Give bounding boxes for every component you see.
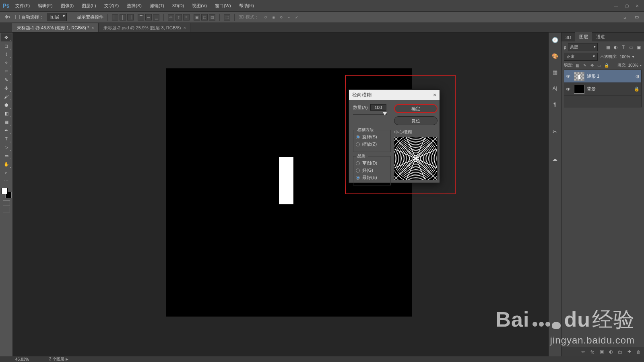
radio-icon[interactable] bbox=[356, 161, 360, 165]
screenmode-icon[interactable] bbox=[3, 207, 10, 212]
reset-button[interactable]: 复位 bbox=[394, 116, 438, 125]
canvas-area[interactable] bbox=[12, 33, 548, 356]
ok-button[interactable]: 确定 bbox=[394, 104, 438, 113]
3d-roll-icon[interactable]: ◉ bbox=[270, 14, 277, 21]
lock-transparency-icon[interactable]: ▦ bbox=[575, 62, 580, 68]
menu-edit[interactable]: 编辑(E) bbox=[35, 1, 56, 10]
auto-select-target-dropdown[interactable]: 图层 bbox=[47, 13, 67, 21]
gradient-tool[interactable]: ▦ bbox=[1, 118, 12, 126]
layer-style-icon[interactable]: fx bbox=[589, 349, 595, 355]
hand-tool[interactable]: ✋ bbox=[1, 160, 12, 168]
distribute-icon[interactable]: ≡ bbox=[183, 14, 190, 21]
align-bottom-icon[interactable]: ▁ bbox=[153, 14, 159, 21]
lasso-tool[interactable]: ⌇ bbox=[1, 50, 12, 58]
visibility-toggle-icon[interactable]: 👁 bbox=[566, 74, 572, 79]
layer-name[interactable]: 背景 bbox=[587, 86, 596, 92]
panel-tab-channels[interactable]: 通道 bbox=[592, 32, 609, 41]
eraser-tool[interactable]: ◧ bbox=[1, 109, 12, 117]
paragraph-panel-icon[interactable]: ¶ bbox=[551, 100, 559, 108]
amount-slider[interactable] bbox=[353, 112, 387, 116]
menu-filter[interactable]: 滤镜(T) bbox=[147, 1, 167, 10]
3d-pan-icon[interactable]: ✥ bbox=[278, 14, 285, 21]
opacity-value[interactable]: 100% bbox=[620, 55, 630, 59]
zoom-tool[interactable]: ⌕ bbox=[1, 169, 12, 177]
menu-select[interactable]: 选择(S) bbox=[124, 1, 145, 10]
layer-row[interactable]: 👁 矩形 1 ◑ bbox=[564, 70, 641, 83]
lock-pixels-icon[interactable]: ✎ bbox=[582, 62, 588, 68]
align-left-icon[interactable]: ▏ bbox=[112, 14, 118, 21]
layer-style-icon[interactable]: ◑ bbox=[636, 74, 640, 79]
arrange-back-icon[interactable]: ▢ bbox=[201, 14, 208, 21]
tab-close-icon[interactable]: × bbox=[183, 25, 186, 30]
menu-window[interactable]: 窗口(W) bbox=[212, 1, 234, 10]
layer-mask-icon[interactable]: ▣ bbox=[599, 349, 605, 355]
align-hcenter-icon[interactable]: │ bbox=[120, 14, 126, 21]
new-layer-icon[interactable]: ✚ bbox=[626, 349, 632, 355]
3d-orbit-icon[interactable]: ⟳ bbox=[263, 14, 269, 21]
character-panel-icon[interactable]: A| bbox=[551, 84, 559, 92]
filter-type-icon[interactable]: T bbox=[620, 44, 626, 50]
document-tab-2[interactable]: 未标题-2.psd @ 25.9% (图层 3, RGB/8) × bbox=[99, 23, 190, 32]
color-panel-icon[interactable]: 🎨 bbox=[551, 52, 559, 60]
window-close-icon[interactable]: ✕ bbox=[634, 4, 640, 8]
menu-image[interactable]: 图像(I) bbox=[58, 1, 77, 10]
foreground-color-swatch[interactable] bbox=[1, 188, 8, 194]
blend-mode-dropdown[interactable]: 正常▾ bbox=[564, 53, 598, 61]
dialog-close-icon[interactable]: × bbox=[433, 92, 436, 98]
align-right-icon[interactable]: ▕ bbox=[127, 14, 134, 21]
auto-align-icon[interactable]: ⬚ bbox=[224, 14, 230, 21]
lock-position-icon[interactable]: ✥ bbox=[589, 62, 595, 68]
layer-filter-kind[interactable]: 类型▾ bbox=[568, 43, 598, 51]
layer-row[interactable]: 👁 背景 🔒 bbox=[564, 83, 641, 96]
eyedropper-tool[interactable]: ✎ bbox=[1, 76, 12, 84]
visibility-toggle-icon[interactable]: 👁 bbox=[566, 86, 572, 92]
method-zoom-radio[interactable]: 缩放(Z) bbox=[356, 141, 388, 147]
window-minimize-icon[interactable]: — bbox=[613, 4, 619, 8]
type-tool[interactable]: T bbox=[1, 135, 12, 143]
show-transform-checkbox[interactable]: 显示变换控件 bbox=[71, 14, 103, 20]
lock-artboard-icon[interactable]: ▭ bbox=[597, 62, 602, 68]
fill-value[interactable]: 100% bbox=[628, 63, 638, 68]
document-tab-1[interactable]: 未标题-1 @ 45.8% (矩形 1, RGB/8) * × bbox=[12, 23, 99, 32]
healing-brush-tool[interactable]: ✜ bbox=[1, 84, 12, 92]
slider-thumb-icon[interactable] bbox=[383, 112, 387, 115]
align-vcenter-icon[interactable]: ─ bbox=[145, 14, 152, 21]
layer-thumbnail[interactable] bbox=[574, 72, 584, 81]
menu-help[interactable]: 帮助(H) bbox=[236, 1, 257, 10]
filter-adjust-icon[interactable]: ◐ bbox=[613, 44, 619, 50]
status-info[interactable]: 2 个图层 bbox=[49, 357, 64, 361]
panel-tab-layers[interactable]: 图层 bbox=[575, 32, 592, 41]
method-spin-radio[interactable]: 旋转(S) bbox=[356, 134, 388, 140]
3d-scale-icon[interactable]: ⤢ bbox=[293, 14, 300, 21]
lock-all-icon[interactable]: 🔒 bbox=[604, 62, 609, 68]
radio-icon[interactable] bbox=[356, 169, 360, 173]
distribute-v-icon[interactable]: ⇕ bbox=[175, 14, 182, 21]
layer-name[interactable]: 矩形 1 bbox=[587, 73, 599, 79]
clone-stamp-tool[interactable]: ⬢ bbox=[1, 101, 12, 109]
delete-layer-icon[interactable]: 🗑 bbox=[636, 349, 642, 355]
quality-draft-radio[interactable]: 草图(D) bbox=[356, 160, 388, 166]
pen-tool[interactable]: ✒ bbox=[1, 126, 12, 134]
menu-type[interactable]: 文字(Y) bbox=[101, 1, 122, 10]
arrange-front-icon[interactable]: ▣ bbox=[194, 14, 200, 21]
amount-input[interactable]: 100 bbox=[370, 104, 386, 111]
arrange-icon[interactable]: ▤ bbox=[209, 14, 215, 21]
align-top-icon[interactable]: ▔ bbox=[138, 14, 144, 21]
radio-icon[interactable] bbox=[356, 176, 360, 180]
workspace-switch-icon[interactable]: ▭ bbox=[633, 13, 641, 21]
move-tool-icon[interactable]: ✥▾ bbox=[3, 13, 11, 21]
checkbox-icon[interactable] bbox=[15, 15, 20, 19]
search-icon[interactable]: ⌕ bbox=[621, 13, 629, 21]
menu-layer[interactable]: 图层(L) bbox=[78, 1, 99, 10]
layer-thumbnail[interactable] bbox=[574, 85, 584, 94]
marquee-tool[interactable]: ◻ bbox=[1, 42, 12, 50]
panel-tab-3d[interactable]: 3D bbox=[561, 33, 575, 41]
move-tool[interactable]: ✥ bbox=[1, 33, 12, 41]
filter-shape-icon[interactable]: ▭ bbox=[628, 44, 634, 50]
edit-toolbar[interactable]: ⋯ bbox=[1, 177, 12, 185]
dialog-titlebar[interactable]: 径向模糊 × bbox=[349, 90, 440, 100]
color-swatches[interactable] bbox=[1, 188, 12, 198]
cc-libraries-icon[interactable]: ☁ bbox=[551, 155, 559, 163]
quality-best-radio[interactable]: 最好(B) bbox=[356, 175, 388, 181]
quality-good-radio[interactable]: 好(G) bbox=[356, 167, 388, 173]
